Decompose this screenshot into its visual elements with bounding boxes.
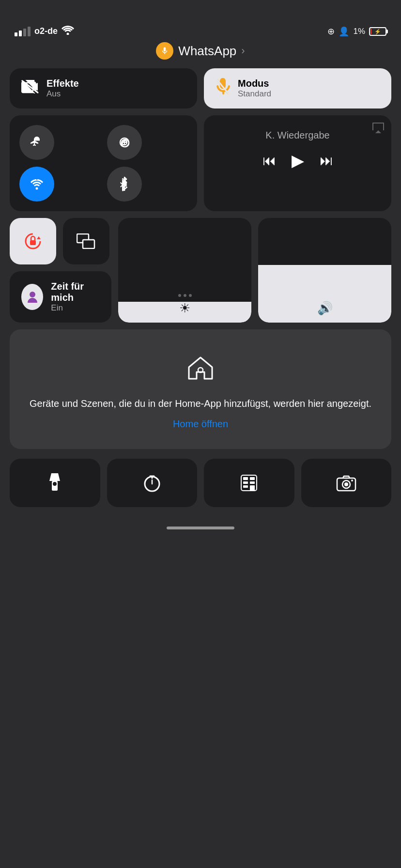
person-icon: 👤 bbox=[339, 26, 349, 37]
battery-percent: 1% bbox=[353, 27, 365, 36]
camera-off-icon bbox=[21, 80, 39, 97]
timer-icon bbox=[142, 473, 162, 493]
microphone-icon bbox=[160, 46, 169, 55]
media-controls: ⏮ ▶ ⏭ bbox=[214, 151, 382, 170]
muted-mic-icon bbox=[216, 78, 230, 99]
screen-time-icon: ⊕ bbox=[327, 26, 335, 37]
rotation-lock-tile[interactable] bbox=[10, 218, 56, 264]
timer-button[interactable] bbox=[107, 459, 198, 507]
effekte-subtitle: Aus bbox=[46, 89, 79, 99]
person-icon bbox=[25, 290, 40, 304]
app-name: WhatsApp bbox=[178, 44, 236, 59]
battery-bolt-icon: ⚡ bbox=[374, 28, 381, 34]
row-network: K. Wiedergabe ⏮ ▶ ⏭ bbox=[10, 115, 391, 211]
screen-mirror-tile[interactable] bbox=[63, 218, 109, 264]
play-button[interactable]: ▶ bbox=[292, 151, 304, 170]
row-top: Effekte Aus Modus Standard bbox=[10, 68, 391, 108]
svg-point-11 bbox=[36, 187, 38, 190]
volume-slider[interactable]: 🔊 bbox=[258, 218, 391, 323]
media-title: K. Wiedergabe bbox=[214, 130, 382, 141]
house-icon bbox=[186, 354, 215, 383]
svg-rect-28 bbox=[250, 485, 255, 491]
rotation-lock-icon bbox=[22, 231, 44, 252]
battery-container: ⚡ bbox=[369, 27, 386, 36]
cellular-button[interactable] bbox=[107, 125, 142, 160]
wifi-toggle-button[interactable] bbox=[19, 167, 54, 202]
svg-rect-25 bbox=[243, 481, 248, 484]
screentime-text: Zeit für mich Ein bbox=[51, 281, 100, 313]
airplay-icon[interactable] bbox=[372, 122, 385, 138]
brightness-slider[interactable]: ☀ bbox=[118, 218, 251, 323]
network-tile[interactable] bbox=[10, 115, 197, 211]
calculator-icon bbox=[240, 474, 258, 492]
status-left: o2-de bbox=[15, 25, 74, 37]
screen-mirror-icon bbox=[77, 233, 96, 249]
svg-rect-14 bbox=[30, 240, 36, 245]
control-center: Effekte Aus Modus Standard bbox=[0, 68, 401, 323]
flashlight-icon bbox=[47, 473, 62, 493]
screentime-subtitle: Ein bbox=[51, 303, 100, 313]
wifi-icon bbox=[62, 25, 74, 37]
modus-tile[interactable]: Modus Standard bbox=[204, 68, 391, 108]
screentime-title: Zeit für mich bbox=[51, 281, 100, 303]
brightness-icon: ☀ bbox=[179, 301, 190, 316]
signal-bars bbox=[15, 27, 31, 36]
svg-rect-26 bbox=[250, 481, 255, 484]
home-indicator-bar bbox=[167, 527, 234, 529]
fast-forward-button[interactable]: ⏭ bbox=[320, 153, 333, 169]
sliders-col: ☀ 🔊 bbox=[118, 218, 391, 323]
svg-rect-16 bbox=[83, 240, 94, 248]
media-tile: K. Wiedergabe ⏮ ▶ ⏭ bbox=[204, 115, 391, 211]
svg-point-17 bbox=[30, 292, 35, 297]
svg-rect-27 bbox=[243, 485, 248, 488]
top-indicator[interactable]: WhatsApp › bbox=[0, 42, 401, 68]
modus-subtitle: Standard bbox=[238, 89, 271, 99]
airplane-mode-button[interactable] bbox=[19, 125, 54, 160]
chevron-right-icon: › bbox=[241, 45, 245, 57]
flashlight-button[interactable] bbox=[10, 459, 100, 507]
svg-rect-23 bbox=[243, 477, 248, 480]
svg-point-0 bbox=[67, 33, 69, 35]
svg-point-31 bbox=[344, 482, 348, 486]
calculator-button[interactable] bbox=[204, 459, 294, 507]
carrier-name: o2-de bbox=[34, 26, 58, 36]
rewind-button[interactable]: ⏮ bbox=[262, 153, 276, 169]
svg-rect-24 bbox=[250, 477, 255, 480]
volume-icon: 🔊 bbox=[317, 301, 333, 316]
svg-point-32 bbox=[351, 480, 353, 481]
effekte-title: Effekte bbox=[46, 78, 79, 89]
person-avatar bbox=[21, 284, 43, 310]
status-bar: o2-de ⊕ 👤 1% ⚡ bbox=[0, 0, 401, 42]
modus-title: Modus bbox=[238, 78, 271, 89]
svg-point-20 bbox=[53, 482, 57, 486]
home-open-link[interactable]: Home öffnen bbox=[24, 418, 377, 430]
mic-badge bbox=[156, 42, 173, 60]
home-indicator bbox=[0, 522, 401, 539]
bluetooth-button[interactable] bbox=[107, 167, 142, 202]
home-description: Geräte und Szenen, die du in der Home-Ap… bbox=[24, 396, 377, 411]
effekte-tile[interactable]: Effekte Aus bbox=[10, 68, 197, 108]
row-third: Zeit für mich Ein ☀ 🔊 bbox=[10, 218, 391, 323]
status-right: ⊕ 👤 1% ⚡ bbox=[327, 26, 386, 37]
camera-icon bbox=[336, 474, 356, 492]
modus-text: Modus Standard bbox=[238, 78, 271, 99]
screentime-tile[interactable]: Zeit für mich Ein bbox=[10, 271, 111, 323]
battery-fill bbox=[370, 29, 371, 34]
battery-box: ⚡ bbox=[369, 27, 386, 36]
brightness-dots bbox=[178, 294, 192, 297]
bottom-row bbox=[0, 459, 401, 507]
camera-button[interactable] bbox=[301, 459, 392, 507]
home-section: Geräte und Szenen, die du in der Home-Ap… bbox=[10, 329, 391, 449]
effekte-text: Effekte Aus bbox=[46, 78, 79, 99]
home-app-icon bbox=[24, 354, 377, 388]
svg-marker-13 bbox=[37, 236, 41, 239]
